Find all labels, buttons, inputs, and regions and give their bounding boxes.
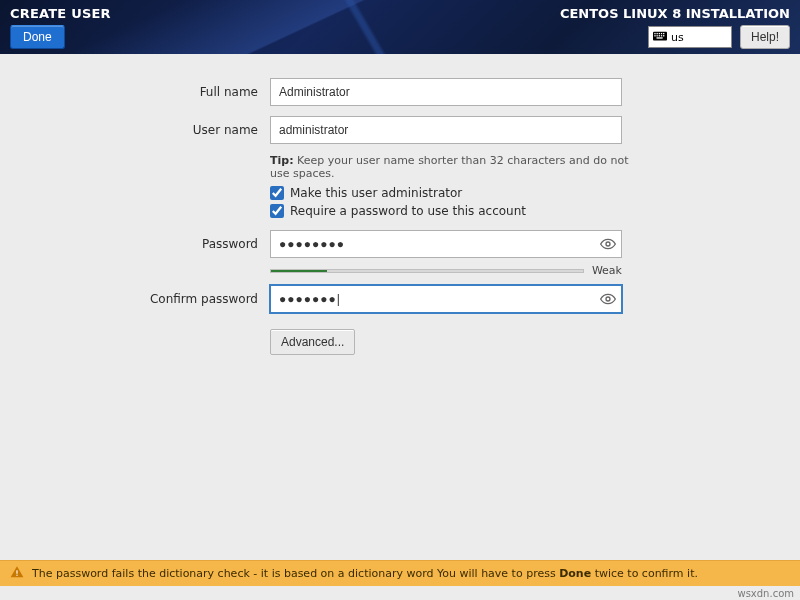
advanced-button[interactable]: Advanced... [270,329,355,355]
checkbox-admin[interactable] [270,186,284,200]
form-area: Full name User name Tip: Keep your user … [0,54,800,355]
svg-rect-5 [663,32,664,33]
confirm-password-label: Confirm password [0,292,270,306]
checkbox-admin-row[interactable]: Make this user administrator [270,186,660,200]
username-tip: Tip: Keep your user name shorter than 32… [270,154,630,180]
password-strength-bar [270,269,584,273]
svg-rect-6 [654,35,655,36]
installer-title: CENTOS LINUX 8 INSTALLATION [560,6,790,21]
eye-icon[interactable] [600,291,616,307]
keyboard-layout-indicator[interactable]: us [648,26,732,48]
svg-rect-8 [659,35,660,36]
keyboard-icon [653,31,667,44]
password-strength-label: Weak [592,264,622,277]
password-strength-row: Weak [270,264,622,277]
row-user-name: User name [0,116,660,144]
header-bar: CREATE USER Done CENTOS LINUX 8 INSTALLA… [0,0,800,54]
confirm-password-input[interactable] [270,285,622,313]
checkbox-admin-label: Make this user administrator [290,186,462,200]
checkbox-require-password-row[interactable]: Require a password to use this account [270,204,660,218]
svg-rect-10 [663,35,664,36]
header-right: CENTOS LINUX 8 INSTALLATION us Help! [560,6,790,49]
user-name-label: User name [0,123,270,137]
row-password: Password [0,230,660,258]
tip-prefix: Tip: [270,154,294,167]
warning-text-after: twice to confirm it. [591,567,698,580]
attribution-watermark: wsxdn.com [737,588,794,599]
help-button[interactable]: Help! [740,25,790,49]
warning-text-before: The password fails the dictionary check … [32,567,559,580]
eye-icon[interactable] [600,236,616,252]
svg-rect-1 [654,32,655,33]
header-controls: us Help! [648,25,790,49]
row-full-name: Full name [0,78,660,106]
warning-text: The password fails the dictionary check … [32,567,698,580]
keyboard-layout-label: us [671,31,684,44]
svg-rect-9 [661,35,662,36]
svg-rect-2 [656,32,657,33]
checkbox-require-password-label: Require a password to use this account [290,204,526,218]
svg-rect-4 [661,32,662,33]
row-confirm-password: Confirm password [0,285,660,313]
svg-point-13 [606,297,610,301]
full-name-input[interactable] [270,78,622,106]
password-label: Password [0,237,270,251]
password-strength-fill [271,270,327,272]
done-button[interactable]: Done [10,25,65,49]
warning-done-word: Done [559,567,591,580]
svg-point-12 [606,242,610,246]
tip-text: Keep your user name shorter than 32 char… [270,154,629,180]
page-title: CREATE USER [10,6,111,21]
svg-rect-15 [16,575,17,576]
warning-icon [10,565,24,582]
warning-bar: The password fails the dictionary check … [0,560,800,586]
svg-rect-3 [659,32,660,33]
svg-rect-7 [656,35,657,36]
header-left: CREATE USER Done [10,6,111,49]
user-name-input[interactable] [270,116,622,144]
full-name-label: Full name [0,85,270,99]
svg-rect-11 [656,37,662,38]
svg-rect-14 [16,570,17,574]
password-input[interactable] [270,230,622,258]
checkbox-require-password[interactable] [270,204,284,218]
